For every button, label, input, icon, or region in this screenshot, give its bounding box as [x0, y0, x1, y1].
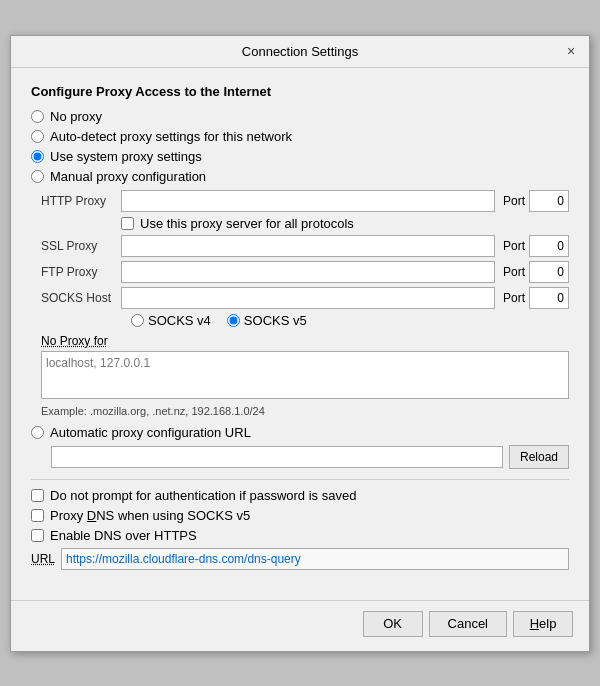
ftp-port-input[interactable] [529, 261, 569, 283]
auto-detect-label: Auto-detect proxy settings for this netw… [50, 129, 292, 144]
no-auth-prompt-option[interactable]: Do not prompt for authentication if pass… [31, 488, 569, 503]
button-row: OK Cancel Help [11, 600, 589, 651]
no-proxy-example: Example: .mozilla.org, .net.nz, 192.168.… [41, 405, 569, 417]
ssl-proxy-input[interactable] [121, 235, 495, 257]
no-proxy-for-section: No Proxy for Example: .mozilla.org, .net… [31, 334, 569, 417]
proxy-dns-option[interactable]: Proxy DNS when using SOCKS v5 [31, 508, 569, 523]
socks-host-input[interactable] [121, 287, 495, 309]
no-proxy-option[interactable]: No proxy [31, 109, 569, 124]
manual-proxy-fields: HTTP Proxy Port Use this proxy server fo… [41, 190, 569, 328]
connection-settings-dialog: Connection Settings × Configure Proxy Ac… [10, 35, 590, 652]
ftp-proxy-label: FTP Proxy [41, 265, 121, 279]
auto-detect-option[interactable]: Auto-detect proxy settings for this netw… [31, 129, 569, 144]
dialog-title: Connection Settings [242, 44, 358, 59]
manual-proxy-label: Manual proxy configuration [50, 169, 206, 184]
no-auth-prompt-label: Do not prompt for authentication if pass… [50, 488, 356, 503]
no-auth-prompt-checkbox[interactable] [31, 489, 44, 502]
no-proxy-for-label: No Proxy for [41, 334, 569, 348]
no-proxy-textarea[interactable] [41, 351, 569, 399]
ok-button[interactable]: OK [363, 611, 423, 637]
enable-dns-https-label: Enable DNS over HTTPS [50, 528, 197, 543]
title-bar: Connection Settings × [11, 36, 589, 68]
auto-proxy-config-label: Automatic proxy configuration URL [50, 425, 251, 440]
manual-proxy-option[interactable]: Manual proxy configuration [31, 169, 569, 184]
divider [31, 479, 569, 480]
bottom-options-section: Do not prompt for authentication if pass… [31, 488, 569, 570]
socks-port-input[interactable] [529, 287, 569, 309]
http-port-label: Port [503, 194, 525, 208]
reload-button[interactable]: Reload [509, 445, 569, 469]
use-all-protocols-row: Use this proxy server for all protocols [121, 216, 569, 231]
dns-url-input[interactable] [61, 548, 569, 570]
use-system-option[interactable]: Use system proxy settings [31, 149, 569, 164]
dns-url-label: URL [31, 552, 55, 566]
proxy-dns-label: Proxy DNS when using SOCKS v5 [50, 508, 250, 523]
dns-url-row: URL [31, 548, 569, 570]
ssl-port-label: Port [503, 239, 525, 253]
auto-proxy-config-option[interactable]: Automatic proxy configuration URL [31, 425, 569, 440]
socks-host-row: SOCKS Host Port [41, 287, 569, 309]
close-button[interactable]: × [561, 41, 581, 61]
http-port-input[interactable] [529, 190, 569, 212]
ssl-proxy-row: SSL Proxy Port [41, 235, 569, 257]
proxy-options-group: No proxy Auto-detect proxy settings for … [31, 109, 569, 469]
use-all-protocols-checkbox[interactable] [121, 217, 134, 230]
cancel-button[interactable]: Cancel [429, 611, 507, 637]
section-heading: Configure Proxy Access to the Internet [31, 84, 569, 99]
socks-version-row: SOCKS v4 SOCKS v5 [131, 313, 569, 328]
ftp-port-label: Port [503, 265, 525, 279]
socks-host-label: SOCKS Host [41, 291, 121, 305]
http-proxy-label: HTTP Proxy [41, 194, 121, 208]
socks-port-label: Port [503, 291, 525, 305]
no-proxy-label: No proxy [50, 109, 102, 124]
http-proxy-input[interactable] [121, 190, 495, 212]
socks5-option[interactable]: SOCKS v5 [227, 313, 307, 328]
enable-dns-https-option[interactable]: Enable DNS over HTTPS [31, 528, 569, 543]
help-button[interactable]: Help [513, 611, 573, 637]
socks5-label: SOCKS v5 [244, 313, 307, 328]
auto-proxy-url-input[interactable] [51, 446, 503, 468]
use-system-label: Use system proxy settings [50, 149, 202, 164]
ssl-proxy-label: SSL Proxy [41, 239, 121, 253]
http-proxy-row: HTTP Proxy Port [41, 190, 569, 212]
socks4-option[interactable]: SOCKS v4 [131, 313, 211, 328]
ssl-port-input[interactable] [529, 235, 569, 257]
dialog-content: Configure Proxy Access to the Internet N… [11, 68, 589, 592]
ftp-proxy-row: FTP Proxy Port [41, 261, 569, 283]
auto-proxy-input-row: Reload [51, 445, 569, 469]
use-all-protocols-label: Use this proxy server for all protocols [140, 216, 354, 231]
ftp-proxy-input[interactable] [121, 261, 495, 283]
socks4-label: SOCKS v4 [148, 313, 211, 328]
enable-dns-https-checkbox[interactable] [31, 529, 44, 542]
proxy-dns-checkbox[interactable] [31, 509, 44, 522]
